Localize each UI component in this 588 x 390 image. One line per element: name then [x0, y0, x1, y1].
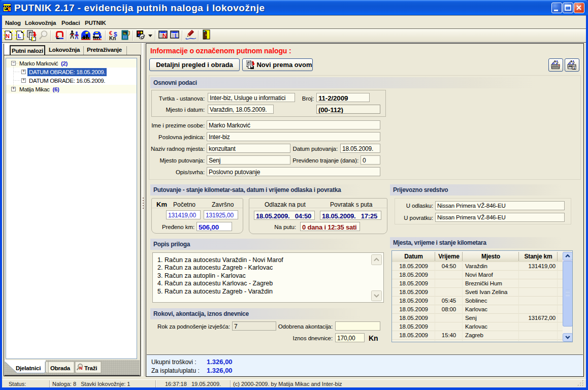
svg-text:N: N: [79, 366, 83, 371]
svg-text:%: %: [123, 32, 126, 35]
svg-text:Djelatnici: Djelatnici: [16, 365, 41, 371]
svg-text:Kn: Kn: [109, 36, 116, 41]
svg-text:L: L: [175, 32, 178, 40]
svg-text:1: 1: [573, 66, 575, 70]
svg-text:2: 2: [8, 7, 11, 12]
svg-text:Traži: Traži: [84, 365, 97, 371]
svg-text:N: N: [162, 32, 167, 40]
svg-text:L: L: [18, 33, 21, 39]
svg-text:N: N: [6, 33, 10, 39]
svg-text:Obrada: Obrada: [50, 365, 71, 371]
